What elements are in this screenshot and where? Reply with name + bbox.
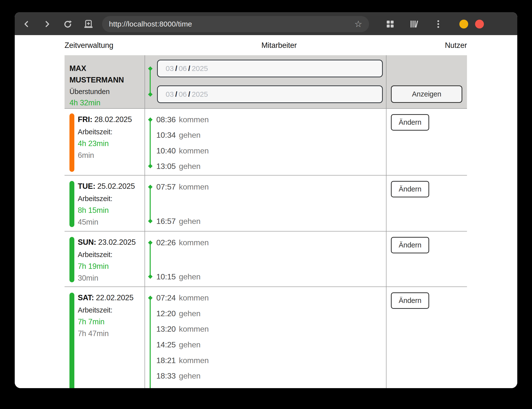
employee-name-line2: MUSTERMANN [69, 74, 145, 86]
worktime-value: 7h 19min [78, 262, 145, 271]
employee-info: MAX MUSTERMANN Überstunden 4h 32min [65, 55, 145, 108]
worktime-value: 7h 7min [78, 317, 145, 326]
column-divider [145, 55, 145, 388]
worktime-label: Arbeitszeit: [78, 251, 145, 259]
reload-icon[interactable] [60, 17, 75, 31]
date-to-part1: 03 [166, 90, 174, 98]
kebab-menu-icon[interactable] [431, 17, 446, 31]
time-entry: 12:20gehen [156, 309, 382, 318]
time-entry: 21:04kommen [156, 387, 382, 388]
minimize-button[interactable] [459, 20, 468, 28]
time-entries: 02:26kommen 10:15gehen [156, 238, 382, 282]
day-row: SUN:23.02.2025 Arbeitszeit: 7h 19min 30m… [65, 231, 467, 286]
aendern-button[interactable]: Ändern [391, 237, 429, 253]
browser-toolbar: http://localhost:8000/time ☆ [15, 12, 517, 35]
back-icon[interactable] [19, 17, 34, 31]
worktime-value: 4h 23min [78, 139, 145, 148]
top-nav: Zeitverwaltung Mitarbeiter Nutzer [65, 41, 467, 50]
day-date: FRI:28.02.2025 [78, 115, 145, 124]
url-bar[interactable]: http://localhost:8000/time ☆ [102, 16, 369, 32]
time-entries: 07:24kommen 12:20gehen 13:20kommen 14:25… [156, 293, 382, 388]
time-entry: 07:24kommen [156, 293, 382, 303]
toolbar-right-icons [383, 17, 446, 31]
timeline-line [150, 187, 151, 221]
pause-value: 6min [78, 151, 145, 160]
pause-value: 30min [78, 274, 145, 283]
date-separator: / [175, 90, 177, 98]
date-to-part3: 2025 [192, 90, 208, 98]
column-divider [386, 55, 386, 388]
time-entries: 08:36kommen 10:34gehen 10:40kommen 13:05… [156, 115, 382, 171]
worktime-value: 8h 15min [78, 206, 145, 215]
page: Zeitverwaltung Mitarbeiter Nutzer MAX MU… [15, 35, 517, 388]
worktime-label: Arbeitszeit: [78, 195, 145, 203]
time-entry: 10:34gehen [156, 130, 382, 140]
url-text: http://localhost:8000/time [109, 20, 354, 28]
date-from-part2: 06 [179, 64, 187, 73]
day-date: SUN:23.02.2025 [78, 238, 145, 247]
employee-header-row: MAX MUSTERMANN Überstunden 4h 32min 03/0… [65, 55, 467, 108]
close-button[interactable] [475, 20, 484, 28]
employee-name-line1: MAX [69, 63, 145, 74]
overtime-value: 4h 32min [69, 97, 145, 108]
day-status-bar [69, 293, 74, 388]
pause-value: 45min [78, 218, 145, 227]
anzeigen-button[interactable]: Anzeigen [391, 85, 462, 103]
time-entry: 10:15gehen [156, 272, 382, 282]
nav-zeitverwaltung[interactable]: Zeitverwaltung [65, 41, 113, 50]
aendern-button[interactable]: Ändern [391, 181, 429, 197]
toolbar-nav-icons [19, 17, 96, 31]
timeline-line [150, 298, 151, 388]
worktime-label: Arbeitszeit: [78, 128, 145, 136]
date-to-input[interactable]: 03/06/2025 [157, 85, 383, 103]
window-controls [459, 20, 484, 28]
pause-value: 7h 47min [78, 329, 145, 338]
timeline-line [150, 120, 151, 166]
day-status-bar [69, 113, 74, 172]
time-entries: 07:57kommen 16:57gehen [156, 182, 382, 226]
time-entry: 13:05gehen [156, 161, 382, 171]
date-from-part1: 03 [166, 64, 174, 73]
time-entry: 18:33gehen [156, 371, 382, 381]
date-to-part2: 06 [179, 90, 187, 98]
timeline-line [150, 243, 151, 277]
aendern-button[interactable]: Ändern [391, 292, 429, 309]
day-row: SAT:22.02.2025 Arbeitszeit: 7h 7min 7h 4… [65, 286, 467, 388]
day-status-bar [69, 237, 74, 282]
time-entry: 13:20kommen [156, 324, 382, 334]
bookmark-star-icon[interactable]: ☆ [354, 20, 362, 28]
date-separator: / [175, 64, 177, 73]
day-status-bar [69, 181, 74, 227]
aendern-button[interactable]: Ändern [391, 114, 429, 131]
date-separator: / [188, 64, 190, 73]
time-entry: 07:57kommen [156, 182, 382, 192]
date-from-part3: 2025 [192, 64, 208, 73]
time-entry: 18:21kommen [156, 355, 382, 365]
day-date: TUE:25.02.2025 [78, 182, 145, 191]
date-separator: / [188, 90, 190, 98]
day-date: SAT:22.02.2025 [78, 293, 145, 302]
time-entry: 14:25gehen [156, 340, 382, 350]
nav-mitarbeiter[interactable]: Mitarbeiter [261, 41, 297, 50]
new-tab-icon[interactable] [81, 17, 96, 31]
browser-window: http://localhost:8000/time ☆ [15, 12, 517, 388]
day-row: TUE:25.02.2025 Arbeitszeit: 8h 15min 45m… [65, 175, 467, 231]
library-icon[interactable] [407, 17, 422, 31]
forward-icon[interactable] [40, 17, 54, 31]
time-entry: 08:36kommen [156, 115, 382, 124]
day-row: FRI:28.02.2025 Arbeitszeit: 4h 23min 6mi… [65, 108, 467, 175]
apps-grid-icon[interactable] [383, 17, 398, 31]
date-from-input[interactable]: 03/06/2025 [157, 60, 383, 77]
nav-nutzer[interactable]: Nutzer [445, 41, 467, 50]
worktime-label: Arbeitszeit: [78, 306, 145, 314]
time-entry: 10:40kommen [156, 146, 382, 156]
date-range-arrow [150, 68, 151, 95]
time-entry: 16:57gehen [156, 216, 382, 226]
overtime-label: Überstunden [69, 86, 145, 97]
time-entry: 02:26kommen [156, 238, 382, 247]
time-table: MAX MUSTERMANN Überstunden 4h 32min 03/0… [65, 55, 467, 388]
